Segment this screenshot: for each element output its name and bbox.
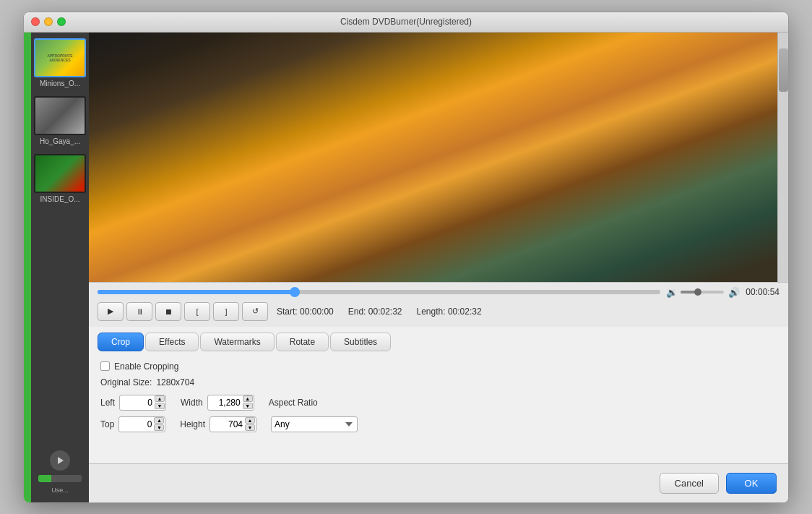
- bottom-buttons: Cancel OK: [89, 463, 788, 502]
- top-down-btn[interactable]: ▼: [154, 424, 164, 431]
- crop-fields-row-1: Left ▲ ▼ Width: [100, 395, 777, 411]
- thumb-hogaya-visual: [35, 98, 85, 134]
- width-down-btn[interactable]: ▼: [243, 403, 253, 409]
- pause-button[interactable]: ⏸: [126, 302, 152, 321]
- start-label: Start: 00:00:00: [277, 307, 334, 317]
- refresh-button[interactable]: ↺: [242, 302, 268, 321]
- width-label: Width: [181, 398, 203, 408]
- sidebar: APPROPRIATEAUDIENCES Minions_O... Ho_Gay…: [31, 33, 89, 502]
- height-down-btn[interactable]: ▼: [245, 424, 255, 431]
- height-up-btn[interactable]: ▲: [245, 417, 255, 424]
- sidebar-play-button[interactable]: [50, 450, 70, 471]
- tab-crop[interactable]: Crop: [98, 333, 144, 351]
- window-title: Cisdem DVDBurner(Unregistered): [340, 17, 472, 27]
- progress-row: 🔉 🔊 00:00:54: [98, 287, 779, 298]
- width-stepper: ▲ ▼: [243, 395, 253, 409]
- progress-thumb[interactable]: [290, 287, 300, 297]
- start-time: 00:00:00: [300, 307, 334, 317]
- width-input-wrap: ▲ ▼: [207, 395, 254, 411]
- ok-button[interactable]: OK: [726, 473, 777, 494]
- original-size-row: Original Size: 1280x704: [100, 377, 777, 387]
- thumb-minions-visual: APPROPRIATEAUDIENCES: [35, 40, 85, 76]
- thumb-minions-text: APPROPRIATEAUDIENCES: [46, 52, 74, 64]
- main-content: APPROPRIATEAUDIENCES Minions_O... Ho_Gay…: [24, 33, 788, 502]
- left-up-btn[interactable]: ▲: [155, 395, 165, 402]
- minimize-button[interactable]: [44, 17, 53, 26]
- width-up-btn[interactable]: ▲: [243, 395, 253, 402]
- top-label: Top: [100, 419, 114, 429]
- maximize-button[interactable]: [57, 17, 66, 26]
- volume-down-icon: 🔉: [666, 287, 678, 298]
- original-size-value: 1280x704: [156, 377, 194, 387]
- height-label: Height: [180, 419, 205, 429]
- volume-up-icon: 🔊: [728, 287, 740, 298]
- scrollbar-track: [777, 33, 788, 282]
- height-field-group: Height ▲ ▼: [180, 416, 256, 432]
- aspect-ratio-section: Aspect Ratio: [269, 398, 318, 408]
- length-time: 00:02:32: [448, 307, 482, 317]
- sidebar-item-minions[interactable]: APPROPRIATEAUDIENCES Minions_O...: [31, 38, 89, 87]
- left-field-group: Left ▲ ▼: [100, 395, 166, 411]
- end-label: End: 00:02:32: [348, 307, 402, 317]
- top-input-wrap: ▲ ▼: [118, 416, 165, 432]
- top-field-group: Top ▲ ▼: [100, 416, 165, 432]
- aspect-ratio-label: Aspect Ratio: [269, 398, 318, 408]
- enable-crop-checkbox[interactable]: [100, 361, 110, 371]
- cancel-button[interactable]: Cancel: [660, 473, 719, 494]
- usage-bar: [38, 475, 82, 482]
- close-button[interactable]: [31, 17, 40, 26]
- height-stepper: ▲ ▼: [245, 417, 255, 431]
- tab-effects[interactable]: Effects: [145, 333, 199, 351]
- volume-section: 🔉 🔊: [666, 287, 740, 298]
- left-stepper: ▲ ▼: [155, 395, 165, 409]
- top-up-btn[interactable]: ▲: [154, 417, 164, 424]
- sidebar-container: APPROPRIATEAUDIENCES Minions_O... Ho_Gay…: [24, 33, 89, 502]
- crop-content: Enable Cropping Original Size: 1280x704 …: [98, 359, 779, 441]
- video-area: [89, 33, 788, 282]
- current-time-display: 00:00:54: [746, 287, 779, 297]
- play-button[interactable]: ▶: [98, 302, 124, 321]
- mark-out-button[interactable]: ]: [213, 302, 239, 321]
- volume-track[interactable]: [681, 291, 724, 294]
- thumb-insideout-visual: [35, 155, 85, 192]
- playback-row: ▶ ⏸ ⏹ [ ] ↺ Start: 00:00:00 End: 00:02:3…: [98, 302, 779, 321]
- scrollbar-thumb[interactable]: [779, 48, 788, 92]
- tab-watermarks[interactable]: Watermarks: [200, 333, 274, 351]
- length-label: Length: 00:02:32: [417, 307, 482, 317]
- left-label: Left: [100, 398, 115, 408]
- end-time: 00:02:32: [368, 307, 402, 317]
- sidebar-item-hogaya[interactable]: Ho_Gaya_...: [31, 96, 89, 145]
- tab-subtitles[interactable]: Subtitles: [330, 333, 391, 351]
- usage-label: Use...: [51, 487, 69, 494]
- green-accent-bar: [24, 33, 31, 502]
- tab-rotate[interactable]: Rotate: [276, 333, 329, 351]
- tabs-row: Crop Effects Watermarks Rotate Subtitles: [98, 327, 779, 351]
- progress-bar[interactable]: [98, 290, 660, 294]
- tab-panel: Crop Effects Watermarks Rotate Subtitles…: [89, 327, 788, 463]
- left-down-btn[interactable]: ▼: [155, 403, 165, 409]
- titlebar: Cisdem DVDBurner(Unregistered): [24, 12, 788, 33]
- video-frame: [89, 33, 788, 282]
- width-field-group: Width ▲ ▼: [181, 395, 254, 411]
- crop-fields-row-2: Top ▲ ▼ Height: [100, 416, 777, 432]
- usage-fill: [38, 475, 51, 482]
- right-panel: 🔉 🔊 00:00:54 ▶ ⏸ ⏹: [89, 33, 788, 502]
- left-input-wrap: ▲ ▼: [119, 395, 166, 411]
- volume-thumb[interactable]: [694, 288, 701, 296]
- mark-in-button[interactable]: [: [184, 302, 210, 321]
- sidebar-label-hogaya: Ho_Gaya_...: [34, 137, 86, 145]
- thumbnail-insideout: [34, 154, 86, 193]
- thumbnail-hogaya: [34, 96, 86, 135]
- sidebar-item-insideout[interactable]: INSIDE_O...: [31, 154, 89, 203]
- controls-area: 🔉 🔊 00:00:54 ▶ ⏸ ⏹: [89, 282, 788, 327]
- traffic-lights: [31, 17, 66, 26]
- enable-crop-row: Enable Cropping: [100, 361, 777, 372]
- stop-button[interactable]: ⏹: [155, 302, 181, 321]
- top-stepper: ▲ ▼: [154, 417, 164, 431]
- original-size-label: Original Size:: [100, 377, 152, 387]
- aspect-ratio-select[interactable]: Any 16:9 4:3 1:1: [271, 416, 358, 432]
- thumbnail-minions: APPROPRIATEAUDIENCES: [34, 38, 86, 77]
- main-window: Cisdem DVDBurner(Unregistered) APPROPRIA…: [23, 12, 789, 503]
- sidebar-label-minions: Minions_O...: [34, 80, 86, 87]
- sidebar-label-insideout: INSIDE_O...: [34, 195, 86, 203]
